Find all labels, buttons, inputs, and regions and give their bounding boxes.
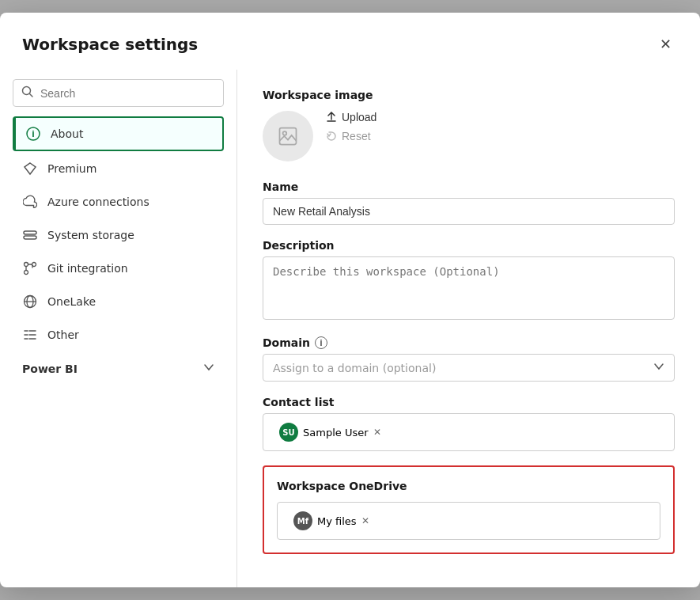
- reset-button[interactable]: Reset: [326, 130, 376, 142]
- modal-body: i About Premium: [0, 70, 700, 587]
- domain-placeholder: Assign to a domain (optional): [273, 362, 436, 374]
- svg-point-20: [283, 131, 287, 135]
- svg-line-1: [30, 94, 33, 97]
- onedrive-container[interactable]: Mf My files ✕: [277, 502, 660, 540]
- onedrive-avatar: Mf: [293, 511, 312, 530]
- svg-text:i: i: [32, 130, 34, 139]
- domain-info-icon[interactable]: i: [315, 336, 327, 349]
- cloud-icon: [22, 194, 38, 210]
- onelake-icon: [22, 294, 38, 309]
- contact-avatar: SU: [279, 423, 298, 442]
- nav-label-onelake: OneLake: [47, 295, 96, 308]
- other-icon: [22, 327, 38, 343]
- modal-header: Workspace settings ✕: [0, 13, 700, 70]
- contact-name: Sample User: [303, 427, 369, 439]
- upload-label: Upload: [342, 111, 376, 123]
- power-bi-label: Power BI: [22, 363, 78, 375]
- workspace-image-row: Upload Reset: [263, 111, 675, 161]
- reset-label: Reset: [342, 130, 371, 142]
- nav-label-other: Other: [47, 328, 79, 341]
- nav-label-premium: Premium: [47, 162, 96, 175]
- onedrive-chip: Mf My files ✕: [287, 509, 376, 533]
- workspace-settings-modal: Workspace settings ✕: [0, 13, 700, 587]
- contact-list-label: Contact list: [263, 396, 675, 408]
- nav-label-storage: System storage: [47, 229, 134, 241]
- chevron-down-icon: [653, 361, 664, 374]
- nav-item-about[interactable]: i About: [13, 116, 224, 151]
- workspace-image-placeholder: [263, 111, 313, 161]
- nav-item-other[interactable]: Other: [13, 319, 224, 351]
- nav-item-premium[interactable]: Premium: [13, 153, 224, 184]
- domain-label: Domain i: [263, 336, 675, 349]
- chevron-down-icon: [203, 362, 214, 375]
- name-label: Name: [263, 180, 675, 193]
- storage-icon: [22, 227, 38, 243]
- workspace-onedrive-section: Workspace OneDrive Mf My files ✕: [263, 465, 675, 554]
- description-label: Description: [263, 239, 675, 252]
- contact-list-container[interactable]: SU Sample User ✕: [263, 413, 675, 451]
- upload-reset-group: Upload Reset: [326, 111, 376, 142]
- nav-label-about: About: [51, 127, 83, 140]
- nav-label-git: Git integration: [47, 262, 128, 275]
- nav-item-onelake[interactable]: OneLake: [13, 286, 224, 317]
- domain-select[interactable]: Assign to a domain (optional): [263, 354, 675, 382]
- upload-button[interactable]: Upload: [326, 111, 376, 123]
- contact-remove-button[interactable]: ✕: [373, 427, 381, 438]
- search-icon: [21, 85, 34, 101]
- search-box[interactable]: [13, 79, 224, 107]
- git-icon: [22, 260, 38, 276]
- contact-chip: SU Sample User ✕: [273, 420, 388, 444]
- info-icon: i: [25, 126, 41, 142]
- workspace-image-label: Workspace image: [263, 89, 675, 101]
- svg-point-9: [25, 271, 28, 275]
- sidebar: i About Premium: [0, 70, 237, 587]
- description-input[interactable]: [263, 256, 675, 320]
- nav-item-storage[interactable]: System storage: [13, 219, 224, 251]
- close-icon: ✕: [660, 36, 672, 53]
- svg-rect-19: [280, 128, 297, 145]
- svg-rect-5: [24, 231, 36, 234]
- svg-rect-6: [24, 236, 36, 239]
- svg-point-8: [25, 263, 28, 267]
- modal-title: Workspace settings: [22, 35, 198, 54]
- name-input[interactable]: [263, 198, 675, 225]
- search-input[interactable]: [40, 87, 215, 100]
- onedrive-file-label: My files: [317, 515, 357, 527]
- nav-item-azure[interactable]: Azure connections: [13, 186, 224, 218]
- close-button[interactable]: ✕: [653, 32, 678, 57]
- nav-label-azure: Azure connections: [47, 196, 149, 208]
- onedrive-remove-button[interactable]: ✕: [361, 515, 369, 526]
- content-area: Workspace image: [237, 70, 700, 587]
- power-bi-section[interactable]: Power BI: [13, 352, 224, 382]
- nav-item-git[interactable]: Git integration: [13, 253, 224, 284]
- svg-marker-4: [25, 163, 36, 174]
- diamond-icon: [22, 161, 38, 177]
- onedrive-title: Workspace OneDrive: [277, 480, 660, 492]
